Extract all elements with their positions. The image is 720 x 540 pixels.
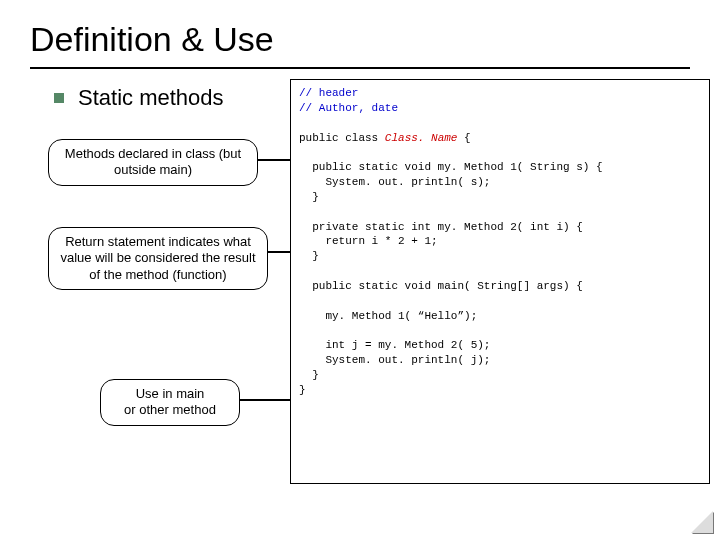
code-line: public static void main( String[] args) …: [299, 280, 583, 292]
code-comment: // header: [299, 87, 358, 99]
code-line: return i * 2 + 1;: [299, 235, 438, 247]
callout-return-statement: Return statement indicates what value wi…: [48, 227, 268, 290]
code-line: System. out. println( j);: [299, 354, 490, 366]
bullet-label: Static methods: [78, 85, 224, 111]
code-line: public class Class. Name {: [299, 132, 471, 144]
title-underline: [30, 67, 690, 69]
code-line: System. out. println( s);: [299, 176, 490, 188]
code-line: int j = my. Method 2( 5);: [299, 339, 490, 351]
code-line: my. Method 1( “Hello”);: [299, 310, 477, 322]
code-line: }: [299, 384, 306, 396]
code-line: }: [299, 369, 319, 381]
bullet-icon: [54, 93, 64, 103]
bullet-item: Static methods: [54, 85, 224, 111]
page-corner-icon: [692, 512, 714, 534]
callout-methods-declared: Methods declared in class (but outside m…: [48, 139, 258, 186]
code-line: public static void my. Method 1( String …: [299, 161, 603, 173]
callout-use-in-main: Use in main or other method: [100, 379, 240, 426]
code-comment: // Author, date: [299, 102, 398, 114]
content-area: Static methods Methods declared in class…: [30, 79, 690, 519]
page-title: Definition & Use: [30, 20, 690, 59]
code-line: }: [299, 191, 319, 203]
code-line: private static int my. Method 2( int i) …: [299, 221, 583, 233]
code-box: // header // Author, date public class C…: [290, 79, 710, 484]
code-line: }: [299, 250, 319, 262]
